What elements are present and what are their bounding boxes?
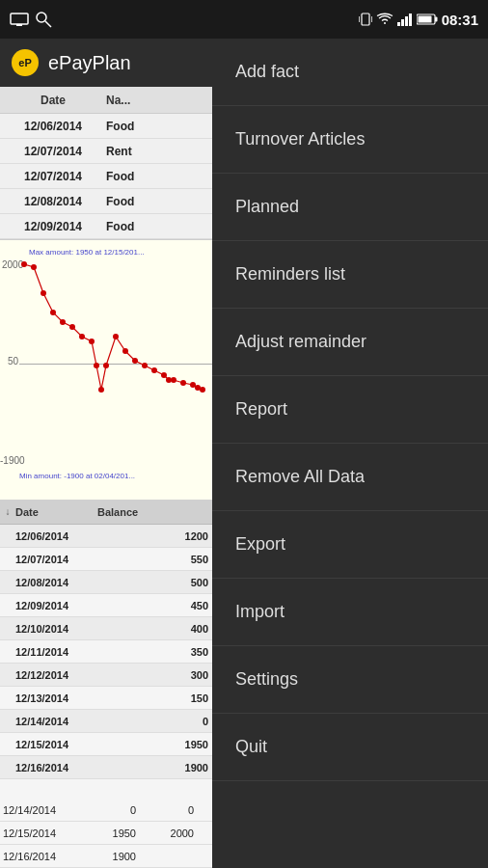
svg-point-27 bbox=[132, 358, 138, 364]
row-balance: 1200 bbox=[97, 530, 212, 542]
vibrate-icon bbox=[359, 12, 372, 27]
row-balance: 450 bbox=[97, 600, 212, 611]
top-table-row[interactable]: 12/07/2014Rent bbox=[0, 139, 212, 164]
bottom-table-row[interactable]: 12/07/2014550 bbox=[0, 548, 212, 571]
svg-point-15 bbox=[31, 264, 37, 270]
svg-rect-4 bbox=[362, 14, 369, 25]
menu-item-adjust-remainder[interactable]: Adjust remainder bbox=[212, 309, 488, 376]
svg-rect-9 bbox=[405, 16, 408, 26]
svg-point-26 bbox=[122, 348, 128, 354]
menu-item-settings[interactable]: Settings bbox=[212, 646, 488, 714]
menu-item-label: Turnover Articles bbox=[235, 129, 365, 149]
row-balance: 0 bbox=[97, 716, 212, 727]
svg-point-23 bbox=[98, 387, 104, 393]
header-name: Na... bbox=[106, 94, 212, 107]
bottom-header-balance: Balance bbox=[97, 506, 212, 518]
bottom-table-row[interactable]: 12/11/2014350 bbox=[0, 640, 212, 664]
svg-rect-7 bbox=[397, 22, 400, 26]
svg-line-3 bbox=[45, 21, 51, 27]
menu-item-report[interactable]: Report bbox=[212, 376, 488, 444]
menu-item-import[interactable]: Import bbox=[212, 579, 488, 646]
bottom-table-row[interactable]: 12/10/2014400 bbox=[0, 617, 212, 640]
row-balance: 500 bbox=[97, 577, 212, 588]
svg-rect-0 bbox=[11, 14, 28, 24]
svg-rect-10 bbox=[409, 14, 412, 26]
row-date: 12/15/2014 bbox=[15, 739, 97, 750]
top-table-row[interactable]: 12/06/2014Food bbox=[0, 114, 212, 139]
row-date: 12/06/2014 bbox=[0, 120, 106, 133]
svg-point-14 bbox=[21, 261, 27, 267]
bottom-table-row[interactable]: 12/08/2014500 bbox=[0, 571, 212, 594]
row-name: Food bbox=[106, 195, 212, 208]
top-table-row[interactable]: 12/09/2014Food bbox=[0, 214, 212, 239]
bottom-table-row[interactable]: 12/06/20141200 bbox=[0, 525, 212, 548]
menu-item-label: Adjust remainder bbox=[235, 332, 366, 352]
menu-item-add-fact[interactable]: Add fact bbox=[212, 39, 488, 106]
row-balance: 400 bbox=[97, 623, 212, 635]
menu-item-remove-all-data[interactable]: Remove All Data bbox=[212, 444, 488, 511]
status-left bbox=[10, 11, 52, 28]
wide-c2: 1900 bbox=[82, 851, 140, 862]
battery-icon bbox=[417, 14, 438, 25]
bottom-header-date: Date bbox=[15, 506, 97, 518]
row-date: 12/16/2014 bbox=[15, 762, 97, 773]
svg-point-18 bbox=[60, 319, 66, 325]
top-table-row[interactable]: 12/08/2014Food bbox=[0, 189, 212, 214]
bottom-table-header: ↓ Date Balance bbox=[0, 500, 212, 525]
svg-point-17 bbox=[50, 310, 56, 315]
menu-item-label: Reminders list bbox=[235, 264, 345, 285]
bottom-table-row[interactable]: 12/16/20141900 bbox=[0, 756, 212, 779]
svg-rect-8 bbox=[401, 19, 404, 26]
row-name: Rent bbox=[106, 145, 212, 158]
menu-item-label: Settings bbox=[235, 669, 298, 690]
menu-item-export[interactable]: Export bbox=[212, 511, 488, 579]
row-date: 12/13/2014 bbox=[15, 692, 97, 704]
svg-point-21 bbox=[89, 339, 95, 344]
wifi-icon bbox=[376, 13, 393, 26]
bottom-table-row[interactable]: 12/09/2014450 bbox=[0, 594, 212, 617]
app-title: ePayPlan bbox=[48, 52, 131, 74]
bottom-table-row[interactable]: 12/14/20140 bbox=[0, 710, 212, 733]
menu-item-label: Remove All Data bbox=[235, 467, 365, 487]
svg-point-16 bbox=[41, 290, 46, 296]
menu-item-quit[interactable]: Quit bbox=[212, 714, 488, 781]
svg-rect-13 bbox=[418, 16, 431, 23]
row-name: Food bbox=[106, 120, 212, 133]
row-date: 12/07/2014 bbox=[0, 170, 106, 183]
menu-item-reminders-list[interactable]: Reminders list bbox=[212, 241, 488, 309]
row-balance: 300 bbox=[97, 669, 212, 681]
menu-item-planned[interactable]: Planned bbox=[212, 174, 488, 241]
svg-point-19 bbox=[69, 324, 75, 330]
row-date: 12/09/2014 bbox=[15, 600, 97, 611]
status-right: 08:31 bbox=[359, 12, 478, 28]
wide-c2: 1950 bbox=[82, 827, 140, 839]
row-balance: 550 bbox=[97, 554, 212, 565]
svg-point-32 bbox=[171, 377, 176, 383]
bottom-table-body: 12/06/2014120012/07/201455012/08/2014500… bbox=[0, 525, 212, 779]
row-date: 12/11/2014 bbox=[15, 646, 97, 658]
top-table-row[interactable]: 12/07/2014Food bbox=[0, 164, 212, 189]
app-icon: eP bbox=[12, 49, 39, 76]
svg-point-34 bbox=[190, 382, 196, 388]
bottom-table-row[interactable]: 12/15/20141950 bbox=[0, 733, 212, 756]
row-name: Food bbox=[106, 170, 212, 183]
row-date: 12/14/2014 bbox=[15, 716, 97, 727]
bottom-table-row[interactable]: 12/12/2014300 bbox=[0, 664, 212, 687]
row-balance: 1900 bbox=[97, 762, 212, 773]
signal-icon bbox=[397, 13, 413, 26]
svg-rect-1 bbox=[16, 24, 22, 26]
svg-point-25 bbox=[113, 334, 119, 339]
bottom-table-row[interactable]: 12/13/2014150 bbox=[0, 687, 212, 710]
status-time: 08:31 bbox=[442, 12, 478, 28]
wide-date: 12/15/2014 bbox=[0, 827, 82, 839]
svg-point-20 bbox=[79, 334, 85, 339]
row-date: 12/10/2014 bbox=[15, 623, 97, 635]
row-date: 12/08/2014 bbox=[0, 195, 106, 208]
row-balance: 1950 bbox=[97, 739, 212, 750]
chart-area: Max amount: 1950 at 12/15/201... 2000 50… bbox=[0, 239, 212, 500]
svg-point-33 bbox=[180, 380, 186, 386]
menu-item-turnover-articles[interactable]: Turnover Articles bbox=[212, 106, 488, 174]
svg-point-30 bbox=[161, 372, 167, 378]
row-date: 12/12/2014 bbox=[15, 669, 97, 681]
wide-date: 12/14/2014 bbox=[0, 804, 82, 816]
